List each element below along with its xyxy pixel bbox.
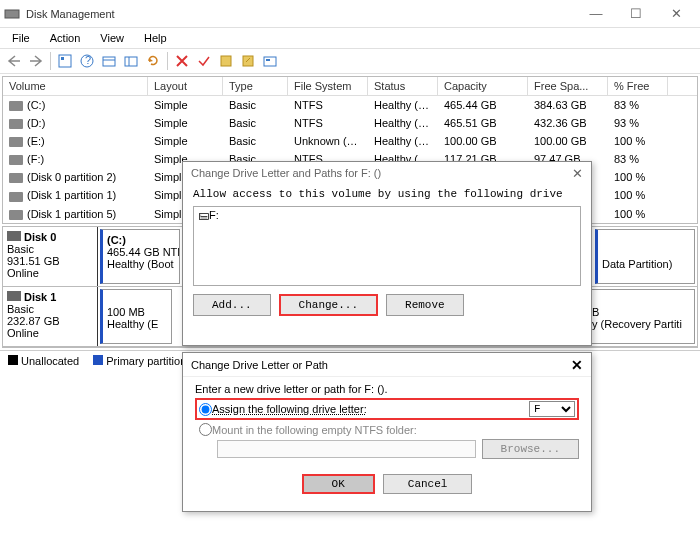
svg-rect-1 [59,55,71,67]
help-icon[interactable]: ? [77,51,97,71]
col-freespace[interactable]: Free Spa... [528,77,608,95]
svg-text:?: ? [85,54,91,66]
volume-icon [9,101,23,111]
menu-file[interactable]: File [4,30,38,46]
toolbar-icon[interactable] [260,51,280,71]
col-type[interactable]: Type [223,77,288,95]
volume-row[interactable]: (D:)SimpleBasicNTFSHealthy (B...465.51 G… [3,114,697,132]
disk-header: Disk 1 Basic 232.87 GB Online [3,287,98,346]
col-layout[interactable]: Layout [148,77,223,95]
assign-letter-radio[interactable] [199,403,212,416]
drive-paths-list[interactable]: 🖴F: [193,206,581,286]
close-button[interactable]: ✕ [656,2,696,26]
ok-button[interactable]: OK [302,474,375,494]
primary-swatch [93,355,103,365]
svg-rect-7 [125,57,137,66]
volume-row[interactable]: (C:)SimpleBasicNTFSHealthy (B...465.44 G… [3,96,697,114]
volume-icon [9,119,23,129]
col-volume[interactable]: Volume [3,77,148,95]
change-button[interactable]: Change... [279,294,378,316]
volume-icon [9,173,23,183]
window-title: Disk Management [26,8,576,20]
change-letter-dialog: Change Drive Letter or Path ✕ Enter a ne… [182,352,592,512]
partition[interactable]: B y (Recovery Partiti [585,289,695,344]
mount-folder-radio[interactable] [199,423,212,436]
toolbar-icon[interactable] [216,51,236,71]
close-icon[interactable]: ✕ [572,166,583,181]
toolbar-icon[interactable] [121,51,141,71]
svg-rect-12 [266,59,270,61]
titlebar: Disk Management — ☐ ✕ [0,0,700,28]
disk-icon [7,291,21,301]
mount-path-input [217,440,476,458]
drive-icon: 🖴 [198,209,209,221]
minimize-button[interactable]: — [576,2,616,26]
menu-view[interactable]: View [92,30,132,46]
partition[interactable]: 100 MB Healthy (E [100,289,172,344]
app-icon [4,6,20,22]
volume-row[interactable]: (E:)SimpleBasicUnknown (B...Healthy (B..… [3,132,697,150]
forward-icon[interactable] [26,51,46,71]
assign-letter-row: Assign the following drive letter: F [195,398,579,420]
toolbar: ? [0,48,700,74]
dialog-title: Change Drive Letter or Path [191,359,328,371]
partition[interactable]: Data Partition) [595,229,695,284]
col-capacity[interactable]: Capacity [438,77,528,95]
volume-icon [9,210,23,220]
volume-icon [9,192,23,202]
svg-rect-2 [61,57,64,60]
add-button[interactable]: Add... [193,294,271,316]
dialog-message: Allow access to this volume by using the… [183,184,591,204]
toolbar-icon[interactable] [238,51,258,71]
dialog-message: Enter a new drive letter or path for F: … [195,383,579,395]
svg-rect-5 [103,57,115,66]
menu-action[interactable]: Action [42,30,89,46]
toolbar-icon[interactable] [99,51,119,71]
col-status[interactable]: Status [368,77,438,95]
volume-icon [9,155,23,165]
refresh-icon[interactable] [143,51,163,71]
dialog-title: Change Drive Letter and Paths for F: () [191,167,381,179]
col-filesystem[interactable]: File System [288,77,368,95]
svg-rect-0 [5,10,19,18]
maximize-button[interactable]: ☐ [616,2,656,26]
partition[interactable]: (C:) 465.44 GB NTF Healthy (Boot [100,229,180,284]
unallocated-swatch [8,355,18,365]
toolbar-icon[interactable] [55,51,75,71]
remove-button[interactable]: Remove [386,294,464,316]
close-icon[interactable]: ✕ [571,357,583,373]
change-paths-dialog: Change Drive Letter and Paths for F: () … [182,161,592,346]
svg-rect-10 [243,56,253,66]
browse-button: Browse... [482,439,579,459]
svg-rect-9 [221,56,231,66]
svg-rect-11 [264,57,276,66]
cancel-button[interactable]: Cancel [383,474,473,494]
disk-header: Disk 0 Basic 931.51 GB Online [3,227,98,286]
volume-icon [9,137,23,147]
menu-help[interactable]: Help [136,30,175,46]
menubar: File Action View Help [0,28,700,48]
check-icon[interactable] [194,51,214,71]
disk-icon [7,231,21,241]
back-icon[interactable] [4,51,24,71]
delete-icon[interactable] [172,51,192,71]
column-header-row: Volume Layout Type File System Status Ca… [3,77,697,96]
drive-letter-select[interactable]: F [529,401,575,417]
col-pctfree[interactable]: % Free [608,77,668,95]
